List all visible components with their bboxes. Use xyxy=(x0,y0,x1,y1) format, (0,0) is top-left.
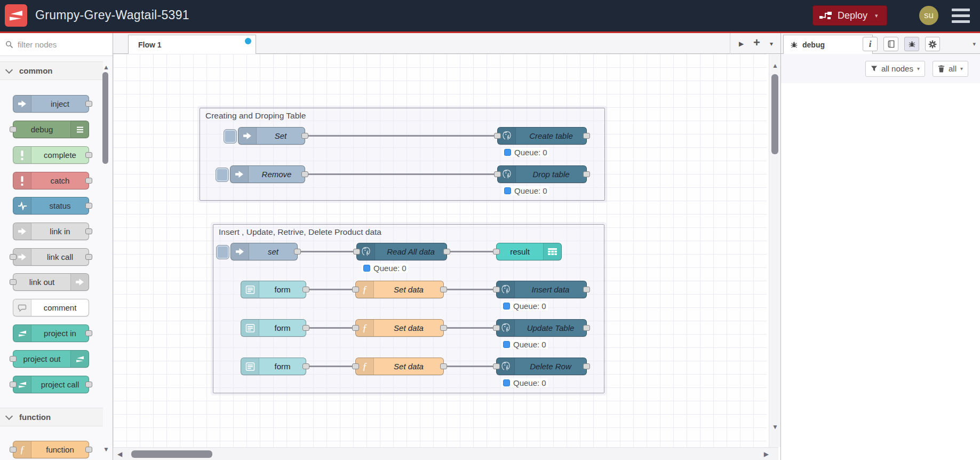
palette-node-complete[interactable]: complete xyxy=(13,146,89,164)
node-port[interactable] xyxy=(85,254,92,260)
flow-node-form[interactable]: form xyxy=(241,358,306,375)
sidebar-collapse-caret-icon[interactable]: ▾ xyxy=(973,41,976,47)
flow-node-read-all-data[interactable]: Read All data xyxy=(356,243,447,260)
node-port[interactable] xyxy=(85,330,92,336)
palette-node-comment[interactable]: comment xyxy=(13,299,89,316)
flow-node-drop-table[interactable]: Drop table xyxy=(497,165,587,183)
palette-node-link-out[interactable]: link out xyxy=(13,273,89,291)
palette-node-project-in[interactable]: project in xyxy=(13,324,89,342)
node-port[interactable] xyxy=(85,178,92,184)
inject-button[interactable] xyxy=(216,168,229,182)
node-port[interactable] xyxy=(85,152,92,158)
node-port[interactable] xyxy=(440,287,447,292)
filter-nodes-button[interactable]: all nodes ▾ xyxy=(865,61,925,77)
node-port[interactable] xyxy=(494,133,501,139)
palette-node-project-call[interactable]: project call xyxy=(13,376,89,393)
node-port[interactable] xyxy=(583,363,590,369)
palette-node-status[interactable]: status xyxy=(13,197,89,215)
node-port[interactable] xyxy=(583,133,590,139)
wire[interactable] xyxy=(447,327,493,329)
help-button[interactable] xyxy=(883,37,898,51)
palette-node-link-in[interactable]: link in xyxy=(13,223,89,240)
wire[interactable] xyxy=(447,366,493,367)
debug-messages-button[interactable] xyxy=(904,37,919,51)
node-port[interactable] xyxy=(10,382,17,387)
main-menu-icon[interactable] xyxy=(952,9,970,23)
node-port[interactable] xyxy=(85,382,92,387)
palette-node-catch[interactable]: catch xyxy=(13,172,89,189)
node-port[interactable] xyxy=(302,287,309,292)
wire[interactable] xyxy=(309,289,353,290)
node-port[interactable] xyxy=(583,171,590,177)
canvas-scroll-right-icon[interactable]: ▶ xyxy=(764,451,769,457)
node-port[interactable] xyxy=(440,325,447,331)
node-port[interactable] xyxy=(583,325,590,331)
node-port[interactable] xyxy=(493,249,500,255)
palette-node-debug[interactable]: debug xyxy=(13,121,89,138)
flow-node-remove[interactable]: Remove xyxy=(230,165,305,183)
filter-nodes-input[interactable] xyxy=(17,39,99,50)
node-port[interactable] xyxy=(493,325,500,331)
tab-menu-caret-icon[interactable]: ▾ xyxy=(770,40,773,47)
deploy-button[interactable]: Deploy ▾ xyxy=(812,5,887,26)
node-port[interactable] xyxy=(10,279,17,285)
wire[interactable] xyxy=(309,366,353,367)
node-port[interactable] xyxy=(493,363,500,369)
node-port[interactable] xyxy=(494,171,501,177)
canvas-hscroll-thumb[interactable] xyxy=(131,450,212,458)
add-flow-button[interactable]: + xyxy=(753,36,760,50)
palette-node-function[interactable]: ƒfunction xyxy=(13,441,89,458)
flow-node-set[interactable]: Set xyxy=(238,127,305,145)
node-port[interactable] xyxy=(301,133,308,139)
wire[interactable] xyxy=(450,251,493,252)
palette-scrollbar-thumb[interactable] xyxy=(102,72,108,164)
flow-node-form[interactable]: form xyxy=(241,319,306,337)
node-port[interactable] xyxy=(493,287,500,292)
flow-tab[interactable]: Flow 1 xyxy=(128,35,256,54)
node-port[interactable] xyxy=(294,249,301,255)
node-port[interactable] xyxy=(353,249,360,255)
delete-all-button[interactable]: all ▾ xyxy=(933,61,968,77)
node-port[interactable] xyxy=(583,287,590,292)
node-port[interactable] xyxy=(443,249,450,255)
flow-node-set[interactable]: set xyxy=(230,243,298,260)
palette-node-link-call[interactable]: link call xyxy=(13,248,89,266)
flow-node-set-data[interactable]: ƒSet data xyxy=(355,319,444,337)
node-port[interactable] xyxy=(440,363,447,369)
wire[interactable] xyxy=(308,173,495,175)
flow-node-delete-row[interactable]: Delete Row xyxy=(496,358,587,375)
node-port[interactable] xyxy=(302,325,309,331)
tab-debug[interactable]: debug xyxy=(783,35,873,54)
canvas-vertical-scrollbar[interactable]: ▲ ▼ xyxy=(769,54,780,447)
info-button[interactable]: i xyxy=(863,37,878,51)
canvas-scroll-up-icon[interactable]: ▲ xyxy=(772,62,778,69)
node-port[interactable] xyxy=(352,363,359,369)
palette-node-inject[interactable]: inject xyxy=(13,95,89,113)
debug-messages-panel[interactable] xyxy=(781,83,980,460)
deploy-caret-icon[interactable]: ▾ xyxy=(875,12,878,19)
user-avatar[interactable]: su xyxy=(919,6,938,25)
flow-node-set-data[interactable]: ƒSet data xyxy=(355,358,444,375)
node-port[interactable] xyxy=(10,356,17,362)
canvas-scroll-down-icon[interactable]: ▼ xyxy=(772,424,778,430)
canvas-vscroll-thumb[interactable] xyxy=(771,74,778,154)
node-port[interactable] xyxy=(352,325,359,331)
node-port[interactable] xyxy=(302,363,309,369)
inject-button[interactable] xyxy=(224,129,237,144)
flow-node-result[interactable]: result xyxy=(496,243,562,260)
tab-list-expand-icon[interactable]: ▶ xyxy=(739,40,744,47)
wire[interactable] xyxy=(447,289,493,290)
node-port[interactable] xyxy=(85,228,92,234)
node-port[interactable] xyxy=(10,254,17,260)
node-port[interactable] xyxy=(352,287,359,292)
palette-node-project-out[interactable]: project out xyxy=(13,350,89,368)
flow-node-set-data[interactable]: ƒSet data xyxy=(355,281,444,298)
category-header-common[interactable]: common xyxy=(0,61,103,80)
category-header-function[interactable]: function xyxy=(0,408,103,426)
node-port[interactable] xyxy=(10,447,17,453)
wire[interactable] xyxy=(300,251,354,252)
wire[interactable] xyxy=(309,327,353,329)
palette-scroll-down-icon[interactable]: ▼ xyxy=(103,446,109,453)
inject-button[interactable] xyxy=(216,245,229,259)
node-port[interactable] xyxy=(85,101,92,107)
